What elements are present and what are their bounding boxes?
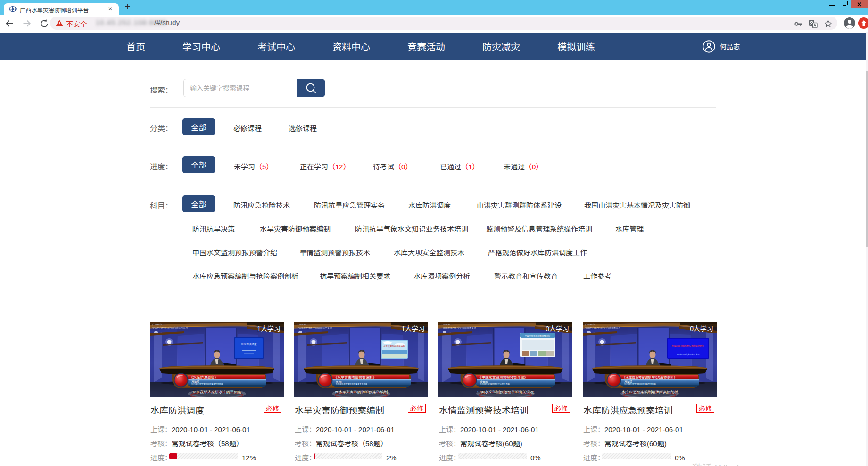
svg-text:0人学习: 0人学习 <box>546 324 569 333</box>
svg-text:中国水利水电科学研究院技术支持: 中国水利水电科学研究院技术支持 <box>297 326 332 329</box>
svg-text:水库应急预案编制与抢险案例剖析: 水库应急预案编制与抢险案例剖析 <box>672 344 704 347</box>
svg-text:水利部水旱灾害防御司督查专员教高: 水利部水旱灾害防御司督查专员教高 <box>624 383 656 385</box>
svg-text:中国水利水电科学研究院技术支持: 中国水利水电科学研究院技术支持 <box>152 326 188 329</box>
svg-text:《水库应急预案编制与抢险案例剖析》: 《水库应急预案编制与抢险案例剖析》 <box>622 375 677 380</box>
svg-text:中国水文监测预报预警介绍: 中国水文监测预报预警介绍 <box>525 334 550 337</box>
svg-text:中国水利水电科学研究院技术支持: 中国水利水电科学研究院技术支持 <box>585 326 620 329</box>
svg-text:中国水文监测预报预警的有关情况: 中国水文监测预报预警的有关情况 <box>477 389 534 394</box>
svg-text:水旱灾害防御预案编制: 水旱灾害防御预案编制 <box>383 345 405 348</box>
svg-text:中国水利水电科学研究院技术支持: 中国水利水电科学研究院技术支持 <box>441 326 476 329</box>
svg-text:《中国水文监测预报预警介绍》: 《中国水文监测预报预警介绍》 <box>478 374 528 380</box>
svg-text:水库防洪调度: 水库防洪调度 <box>241 342 257 346</box>
svg-text:现在我给大家讲水库防洪调度: 现在我给大家讲水库防洪调度 <box>192 389 241 394</box>
svg-text:广西水利: 广西水利 <box>152 323 162 326</box>
svg-text:水利部水旱灾害防御司督查专员教高: 水利部水旱灾害防御司督查专员教高 <box>191 383 223 385</box>
svg-text:1人学习: 1人学习 <box>257 324 281 333</box>
svg-text:《水旱灾害防御预案编制》: 《水旱灾害防御预案编制》 <box>334 374 376 380</box>
svg-text:是水旱灾害的防御的预案的编制: 是水旱灾害的防御的预案的编制 <box>335 389 388 394</box>
svg-text:0人学习: 0人学习 <box>690 324 713 333</box>
svg-text:水利部水旱灾害防御司督查专员教高: 水利部水旱灾害防御司督查专员教高 <box>336 383 367 385</box>
svg-text:水库应急预案编制与抢险案例剖析: 水库应急预案编制与抢险案例剖析 <box>621 389 678 394</box>
svg-text:广西水利: 广西水利 <box>441 323 450 326</box>
svg-text:《水库防洪调度》: 《水库防洪调度》 <box>190 374 218 380</box>
svg-text:水利部水文情报预报中心主任教高: 水利部水文情报预报中心主任教高 <box>480 383 510 385</box>
svg-text:广西水利: 广西水利 <box>585 323 595 326</box>
svg-text:水利部水旱灾害防御司 主讲: 水利部水旱灾害防御司 主讲 <box>676 353 699 356</box>
svg-text:广西水利: 广西水利 <box>297 323 306 326</box>
svg-text:1人学习: 1人学习 <box>401 324 425 333</box>
